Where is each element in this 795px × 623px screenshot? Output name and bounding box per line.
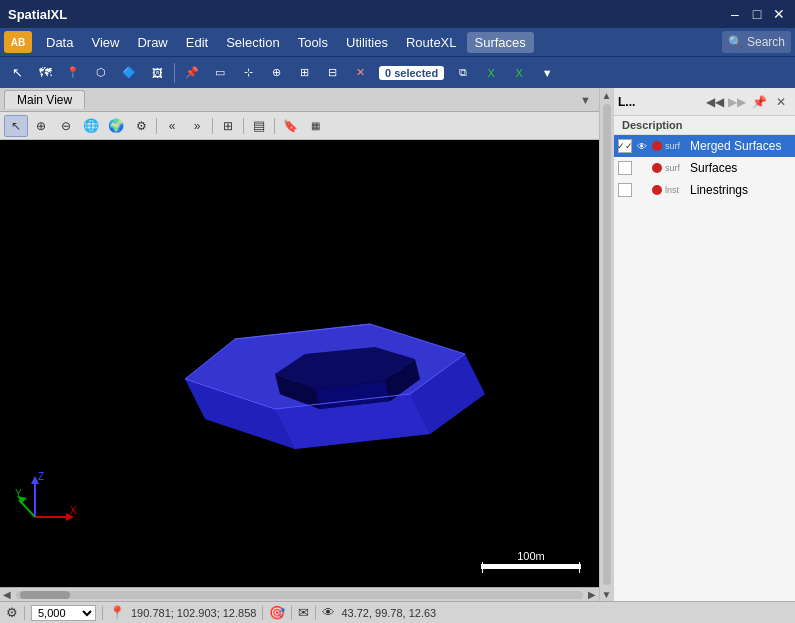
vp-extra-btn[interactable]: ▦: [303, 115, 327, 137]
layer-item-surfaces[interactable]: surf Surfaces: [614, 157, 795, 179]
tb-deselect-icon[interactable]: ✕: [347, 60, 373, 86]
menu-selection[interactable]: Selection: [218, 32, 287, 53]
vp-grid-btn[interactable]: ⊞: [216, 115, 240, 137]
axes-svg: Z X Y: [15, 472, 80, 527]
layer-name-linestrings: Linestrings: [690, 183, 791, 197]
vp-settings-btn[interactable]: ⚙: [129, 115, 153, 137]
tb-dropdown-icon[interactable]: ▼: [534, 60, 560, 86]
toolbar: ↖ 🗺 📍 ⬡ 🔷 🖼 📌 ▭ ⊹ ⊕ ⊞ ⊟ ✕ 0 selected ⧉ X…: [0, 56, 795, 88]
menu-utilities[interactable]: Utilities: [338, 32, 396, 53]
tab-main-view[interactable]: Main View: [4, 90, 85, 109]
layer-dot-linestrings: [652, 185, 662, 195]
svg-text:X: X: [70, 505, 77, 516]
tb-poly1-icon[interactable]: ⬡: [88, 60, 114, 86]
tb-img-icon[interactable]: 🖼: [144, 60, 170, 86]
tb-select3-icon[interactable]: ⊞: [291, 60, 317, 86]
tb-pin-icon[interactable]: 📌: [179, 60, 205, 86]
svg-line-17: [19, 500, 35, 517]
tb-map2-icon[interactable]: 📍: [60, 60, 86, 86]
menu-surfaces[interactable]: Surfaces: [467, 32, 534, 53]
vp-rewind-btn[interactable]: «: [160, 115, 184, 137]
scroll-right-btn[interactable]: ▶: [585, 588, 599, 602]
vp-globe1-btn[interactable]: 🌐: [79, 115, 103, 137]
menu-tools[interactable]: Tools: [290, 32, 336, 53]
status-sep5: [315, 606, 316, 620]
vp-layers-btn[interactable]: ▤: [247, 115, 271, 137]
window-controls: – □ ✕: [727, 6, 787, 22]
scroll-down-btn[interactable]: ▼: [600, 587, 614, 601]
layer-check-merged[interactable]: ✓: [618, 139, 632, 153]
restore-button[interactable]: □: [749, 6, 765, 22]
right-panel: L... ◀◀ ▶▶ 📌 ✕ Description ✓ 👁 surf Merg…: [613, 88, 795, 601]
panel-close-btn[interactable]: ✕: [771, 92, 791, 112]
close-button[interactable]: ✕: [771, 6, 787, 22]
axes-indicator: Z X Y: [15, 472, 85, 532]
layer-item-merged-surfaces[interactable]: ✓ 👁 surf Merged Surfaces: [614, 135, 795, 157]
layer-name-surfaces: Surfaces: [690, 161, 791, 175]
zoom-select[interactable]: 1,000 2,000 5,000 10,000 25,000: [31, 605, 96, 621]
v-scrollbar[interactable]: ▲ ▼: [599, 88, 613, 601]
tb-select2-icon[interactable]: ⊕: [263, 60, 289, 86]
menu-edit[interactable]: Edit: [178, 32, 216, 53]
scroll-track-h[interactable]: [16, 591, 583, 599]
h-scrollbar[interactable]: ◀ ▶: [0, 587, 599, 601]
layer-vis-linestrings[interactable]: [635, 183, 649, 197]
minimize-button[interactable]: –: [727, 6, 743, 22]
status-mail-icon: ✉: [298, 605, 309, 620]
layer-dot-merged: [652, 141, 662, 151]
layer-dot-surfaces: [652, 163, 662, 173]
vp-sep2: [212, 118, 213, 134]
tb-box-icon[interactable]: ▭: [207, 60, 233, 86]
tb-sep1: [174, 63, 175, 83]
scroll-up-btn[interactable]: ▲: [600, 88, 614, 102]
status-sep2: [102, 606, 103, 620]
status-sep1: [24, 606, 25, 620]
search-label[interactable]: Search: [747, 35, 785, 49]
status-target-icon: 🎯: [269, 605, 285, 620]
left-panel: Main View ▼ ↖ ⊕ ⊖ 🌐 🌍 ⚙ « » ⊞ ▤ 🔖 ▦: [0, 88, 599, 601]
tb-excel-icon[interactable]: X: [478, 60, 504, 86]
layer-name-merged: Merged Surfaces: [690, 139, 791, 153]
tb-select1-icon[interactable]: ⊹: [235, 60, 261, 86]
scroll-track-v[interactable]: [603, 104, 611, 585]
tb-poly2-icon[interactable]: 🔷: [116, 60, 142, 86]
panel-nav-forward-btn[interactable]: ▶▶: [727, 92, 747, 112]
view-scroll-arrow[interactable]: ▼: [576, 94, 595, 106]
layer-item-linestrings[interactable]: lnst Linestrings: [614, 179, 795, 201]
tb-arrow-icon[interactable]: ↖: [4, 60, 30, 86]
vp-zoom-in-btn[interactable]: ⊕: [29, 115, 53, 137]
title-bar: SpatialXL – □ ✕: [0, 0, 795, 28]
tb-map1-icon[interactable]: 🗺: [32, 60, 58, 86]
selected-count-badge: 0 selected: [379, 66, 444, 80]
layer-vis-surfaces[interactable]: [635, 161, 649, 175]
panel-pin-btn[interactable]: 📌: [749, 92, 769, 112]
vp-forward-btn[interactable]: »: [185, 115, 209, 137]
panel-nav-back-btn[interactable]: ◀◀: [705, 92, 725, 112]
svg-text:Y: Y: [15, 488, 22, 499]
status-sep4: [291, 606, 292, 620]
vp-select-btn[interactable]: ↖: [4, 115, 28, 137]
tb-excel2-icon[interactable]: X: [506, 60, 532, 86]
vp-globe2-btn[interactable]: 🌍: [104, 115, 128, 137]
status-eye-icon: 👁: [322, 605, 335, 620]
tb-select4-icon[interactable]: ⊟: [319, 60, 345, 86]
tb-copy1-icon[interactable]: ⧉: [450, 60, 476, 86]
vp-zoom-out-btn[interactable]: ⊖: [54, 115, 78, 137]
3d-shape-svg: [110, 249, 490, 479]
viewport-3d[interactable]: Z X Y 100m: [0, 140, 599, 587]
menu-data[interactable]: Data: [38, 32, 81, 53]
status-icon-left: ⚙: [6, 605, 18, 620]
menu-draw[interactable]: Draw: [129, 32, 175, 53]
main-area: Main View ▼ ↖ ⊕ ⊖ 🌐 🌍 ⚙ « » ⊞ ▤ 🔖 ▦: [0, 88, 795, 601]
menu-routexl[interactable]: RouteXL: [398, 32, 465, 53]
scroll-left-btn[interactable]: ◀: [0, 588, 14, 602]
app-icon: AB: [4, 31, 32, 53]
scroll-thumb-h[interactable]: [20, 591, 70, 599]
layer-vis-merged[interactable]: 👁: [635, 139, 649, 153]
layer-check-linestrings[interactable]: [618, 183, 632, 197]
status-coordinates: 190.781; 102.903; 12.858: [131, 607, 256, 619]
vp-bookmark-btn[interactable]: 🔖: [278, 115, 302, 137]
layer-description-header: Description: [614, 116, 795, 135]
layer-check-surfaces[interactable]: [618, 161, 632, 175]
menu-view[interactable]: View: [83, 32, 127, 53]
